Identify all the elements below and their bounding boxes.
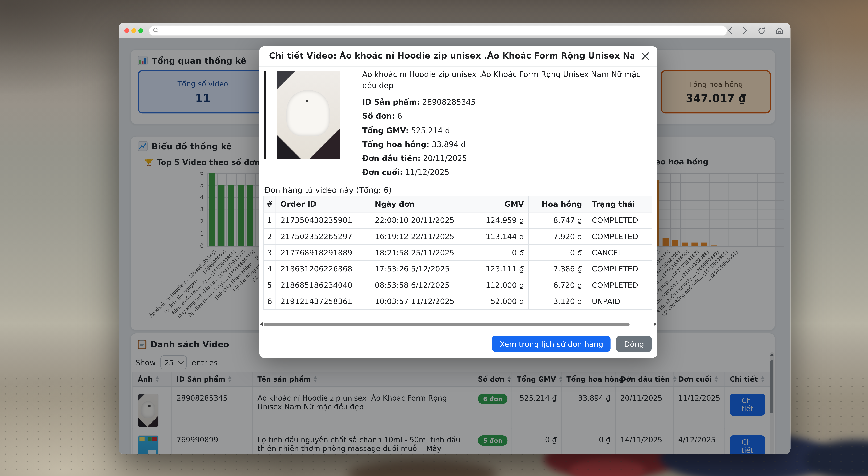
order-cell: CANCEL (587, 244, 652, 261)
order-row: 121735043823590122:08:10 20/11/2025124.9… (264, 212, 652, 228)
window-titlebar[interactable] (119, 23, 790, 38)
search-icon (153, 27, 159, 34)
order-cell: 0 ₫ (473, 244, 529, 261)
order-cell: UNPAID (587, 293, 652, 309)
dashboard-page: Tổng quan thống kê Tổng số video 11 Tổng… (119, 38, 790, 454)
close-icon (641, 52, 650, 61)
order-cell: 3.120 ₫ (529, 293, 587, 309)
scroll-right-icon[interactable] (654, 322, 657, 326)
order-cell: 52.000 ₫ (473, 293, 529, 309)
video-detail-modal: Chi tiết Video: Áo khoác nỉ Hoodie zip u… (259, 47, 657, 358)
order-cell: 7.386 ₫ (529, 261, 587, 277)
order-cell: 6 (264, 293, 276, 309)
orders-column-header[interactable]: GMV (473, 196, 529, 212)
refresh-icon[interactable] (757, 26, 766, 35)
product-photo (264, 71, 340, 159)
product-field: Đơn cuối: 11/12/2025 (362, 166, 648, 180)
order-cell: 10:03:57 11/12/2025 (370, 293, 473, 309)
orders-table: #Order IDNgày đơnGMVHoa hồngTrạng thái 1… (264, 196, 652, 310)
order-cell: 7.920 ₫ (529, 228, 587, 244)
product-field: ID Sản phẩm: 28908285345 (362, 95, 648, 110)
modal-title: Chi tiết Video: Áo khoác nỉ Hoodie zip u… (269, 51, 634, 60)
order-cell: 217768918291889 (276, 244, 370, 261)
scroll-left-icon[interactable] (260, 322, 263, 326)
close-window-button[interactable] (124, 28, 129, 33)
order-row: 321776891829188918:21:58 25/11/20250 ₫0 … (264, 244, 652, 261)
order-cell: 219121437258361 (276, 293, 370, 309)
order-cell: 218631206226868 (276, 261, 370, 277)
order-cell: 3 (264, 244, 276, 261)
order-cell: 217502352265297 (276, 228, 370, 244)
address-bar[interactable] (149, 25, 727, 36)
order-cell: 124.959 ₫ (473, 212, 529, 228)
hoodie-photo (277, 71, 340, 159)
forward-icon[interactable] (743, 27, 748, 34)
orders-column-header[interactable]: Hoa hồng (529, 196, 587, 212)
field-label: Số đơn: (362, 112, 395, 121)
browser-window: Tổng quan thống kê Tổng số video 11 Tổng… (119, 23, 790, 454)
orders-column-header[interactable]: Ngày đơn (370, 196, 473, 212)
product-name: Áo khoác nỉ Hoodie zip unisex .Áo Khoác … (362, 69, 648, 91)
orders-heading: Đơn hàng từ video này (Tổng: 6) (265, 185, 392, 195)
order-cell: 16:19:12 22/11/2025 (370, 228, 473, 244)
minimize-window-button[interactable] (131, 28, 136, 33)
order-cell: 0 ₫ (529, 244, 587, 261)
order-cell: 1 (264, 212, 276, 228)
scrollbar-thumb[interactable] (264, 323, 630, 326)
field-label: Tổng GMV: (362, 126, 409, 135)
order-cell: 08:53:58 6/12/2025 (370, 277, 473, 293)
order-cell: 17:53:26 5/12/2025 (370, 261, 473, 277)
order-cell: 4 (264, 261, 276, 277)
order-cell: 112.000 ₫ (473, 277, 529, 293)
order-cell: 22:08:10 20/11/2025 (370, 212, 473, 228)
field-label: Tổng hoa hồng: (362, 140, 430, 149)
product-field: Đơn đầu tiên: 20/11/2025 (362, 152, 648, 166)
order-row: 621912143725836110:03:57 11/12/202552.00… (264, 293, 652, 309)
zoom-window-button[interactable] (138, 28, 143, 33)
field-label: Đơn cuối: (362, 168, 403, 177)
field-label: Đơn đầu tiên: (362, 154, 421, 163)
orders-column-header[interactable]: # (264, 196, 276, 212)
close-modal-button[interactable]: Đóng (617, 336, 652, 352)
order-row: 521868518623404008:53:58 6/12/2025112.00… (264, 277, 652, 293)
order-cell: COMPLETED (587, 261, 652, 277)
order-cell: COMPLETED (587, 212, 652, 228)
order-cell: 218685186234040 (276, 277, 370, 293)
order-cell: COMPLETED (587, 277, 652, 293)
home-icon[interactable] (775, 26, 784, 35)
order-cell: 18:21:58 25/11/2025 (370, 244, 473, 261)
orders-column-header[interactable]: Order ID (276, 196, 370, 212)
order-row: 221750235226529716:19:12 22/11/2025113.1… (264, 228, 652, 244)
back-icon[interactable] (727, 27, 733, 34)
order-cell: COMPLETED (587, 228, 652, 244)
product-field: Tổng GMV: 525.214 ₫ (362, 124, 648, 138)
product-field: Số đơn: 6 (362, 110, 648, 124)
order-cell: 2 (264, 228, 276, 244)
view-order-history-button[interactable]: Xem trong lịch sử đơn hàng (492, 336, 611, 352)
order-cell: 113.144 ₫ (473, 228, 529, 244)
product-field: Tổng hoa hồng: 33.894 ₫ (362, 138, 648, 152)
order-cell: 217350438235901 (276, 212, 370, 228)
order-cell: 6.720 ₫ (529, 277, 587, 293)
modal-horizontal-scrollbar[interactable] (259, 321, 657, 328)
orders-column-header[interactable]: Trạng thái (587, 196, 652, 212)
order-row: 421863120622686817:53:26 5/12/2025123.11… (264, 261, 652, 277)
desktop: Tổng quan thống kê Tổng số video 11 Tổng… (0, 0, 868, 476)
order-cell: 123.111 ₫ (473, 261, 529, 277)
modal-close-button[interactable] (641, 52, 650, 61)
field-label: ID Sản phẩm: (362, 98, 420, 107)
order-cell: 8.747 ₫ (529, 212, 587, 228)
order-cell: 5 (264, 277, 276, 293)
